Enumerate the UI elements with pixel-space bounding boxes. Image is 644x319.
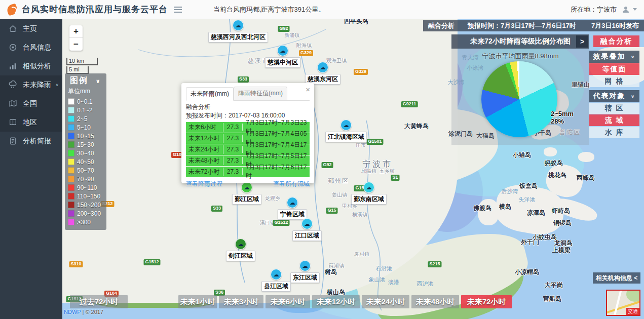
map-label-island: 大黄蜂岛 (404, 122, 429, 131)
basin-marker-cixi-east[interactable]: ☁慈溪东河区 (305, 62, 340, 85)
forecast-period: 未来24小时 (186, 145, 223, 154)
rain-cloud-icon: ☁ (287, 197, 298, 208)
copyright-link[interactable]: NDWP (64, 309, 81, 315)
legend-range-label: 110~150 (77, 193, 100, 200)
time-button-next-3h[interactable]: 未来3小时 (219, 295, 263, 308)
pie-panel-title: 未来72小时降雨等级比例分布图 (470, 37, 571, 46)
time-button-next-72h[interactable]: 未来72小时 (461, 295, 512, 308)
road-badge: S310 (69, 261, 83, 267)
panel-button-basin[interactable]: 流 域 (589, 114, 639, 126)
legend-swatch (68, 107, 74, 113)
legend-title[interactable]: 图例 ∨ (68, 75, 103, 86)
sidebar-item-region[interactable]: 地区 (0, 113, 62, 132)
basin-marker-yindongnan[interactable]: ☁鄞东南区域 (351, 182, 387, 205)
forecast-period: 未来12小时 (186, 134, 223, 143)
zoom-in-button[interactable]: + (69, 25, 83, 38)
basin-marker-jiangkou[interactable]: ☁江口区域 (292, 218, 322, 241)
legend-item: 15~30 (68, 140, 103, 149)
legend-range-label: 150~200 (77, 202, 101, 209)
panel-button-grid[interactable]: 网 格 (589, 75, 639, 87)
map-label-town: 莼湖镇 (329, 262, 344, 269)
map-label-water: 头洋港 (519, 196, 536, 204)
sidebar-item-similar-analysis[interactable]: 相似分析 (0, 57, 62, 75)
time-button-next-6h[interactable]: 未来6小时 (266, 295, 310, 308)
basin-marker-label: 鄞江区域 (232, 194, 261, 205)
rain-cloud-icon: ☁ (340, 119, 352, 131)
app-header: 台风实时信息防汛应用与服务云平台 当前台风南玛都,距离宁波市391公里。 所在地… (0, 0, 644, 19)
legend-swatch (68, 98, 74, 105)
sidebar-item-analysis-report[interactable]: 分析简报 (0, 132, 62, 150)
road-badge: G9211 (401, 101, 418, 107)
time-button-next-12h[interactable]: 未来12小时 (312, 295, 360, 308)
legend-item: 0.1~2 (68, 106, 103, 114)
forecast-table: 未来6小时27.37月3日17时~7月3日23时未来12小时27.37月3日17… (186, 122, 310, 177)
legend-range-label: 70~90 (77, 176, 94, 183)
sidebar-item-typhoon-info[interactable]: 台风信息 (0, 38, 62, 57)
basin-marker-ningfeng[interactable]: ☁宁锋区域 (278, 197, 307, 220)
time-button-next-1h[interactable]: 未来1小时 (178, 295, 217, 308)
road-badge: G92 (321, 162, 333, 168)
legend-range-label: 90~110 (77, 184, 97, 191)
chevron-down-icon: ∨ (630, 55, 635, 59)
basin-marker-xianjiang[interactable]: ☁县江区域 (261, 269, 291, 292)
panel-button-fusion-analysis[interactable]: 融合分析 (593, 35, 639, 47)
location-label[interactable]: 所在地：宁波市 (571, 5, 617, 14)
legend-swatch (68, 133, 74, 139)
tab-rain-feature[interactable]: 降雨特征值(mm) (234, 87, 287, 100)
popup-close-icon[interactable]: × (306, 85, 310, 94)
panel-button-district[interactable]: 辖 区 (589, 103, 639, 114)
tab-future-rain[interactable]: 未来降雨(mm) (186, 87, 234, 101)
sidebar-item-national[interactable]: 全国 (0, 94, 62, 113)
region-icon (9, 118, 17, 127)
rain-cloud-icon: ☁ (233, 20, 244, 31)
sidebar-item-label: 相似分析 (23, 62, 51, 71)
pie-panel-expand-button[interactable]: > (576, 35, 588, 48)
legend-range-label: 5~10 (77, 124, 91, 131)
basin-marker-cixi-west[interactable]: ☁慈溪西河及西北河区 (208, 20, 268, 43)
time-button-next-48h[interactable]: 未来48小时 (411, 295, 459, 308)
rain-cloud-icon: ☁ (235, 238, 246, 250)
forecast-value: 27.3 (223, 157, 243, 164)
rain-legend-panel: 图例 ∨ 单位mm 0~0.10.1~22~55~1010~1515~3030~… (65, 73, 106, 230)
legend-range-label: 2~5 (77, 115, 87, 123)
forecast-period: 未来72小时 (186, 168, 223, 176)
view-all-basins-link[interactable]: 查看所有流域 (273, 180, 310, 188)
rain-forecast-popup: × 未来降雨(mm) 降雨特征值(mm) 融合分析 预报发布时间：2017-07… (181, 83, 314, 183)
zoom-out-button[interactable]: − (69, 38, 83, 51)
basin-marker-dongjiang[interactable]: ☁东江区域 (290, 260, 320, 283)
basin-marker-cixi-middle[interactable]: ☁慈溪中河区 (265, 45, 300, 68)
basin-marker-shanjiang[interactable]: ☁剡江区域 (226, 238, 255, 261)
user-icon[interactable] (622, 6, 630, 14)
legend-range-label: 30~40 (77, 150, 94, 157)
map-zoom-control: + − (69, 25, 83, 51)
legend-collapse-icon: ∨ (96, 78, 101, 84)
legend-range-label: 200~300 (77, 210, 101, 217)
related-org-info-button[interactable]: 相关机构信息 < (593, 272, 640, 284)
panel-button-reservoir[interactable]: 水 库 (589, 127, 639, 138)
map-label-town: 袁村镇 (354, 251, 369, 258)
time-button-past-72h[interactable]: 过去72小时 (70, 295, 128, 308)
rain-level-pie-chart[interactable] (481, 61, 557, 137)
map-label-island: 小猫岛 (513, 151, 531, 160)
basin-marker-jiangbei-zhenhai[interactable]: ☁江北镇海区域 (325, 119, 367, 142)
panel-button-represent-object[interactable]: 代表对象∨ (589, 90, 639, 102)
rain-cloud-icon: ☁ (317, 62, 328, 73)
map-label-island: 小蚊虫岛 (533, 233, 557, 242)
view-rain-process-link[interactable]: 查看降雨过程 (186, 180, 222, 188)
sidebar-item-future-rain[interactable]: 未来降雨∨ (0, 75, 62, 94)
legend-range-label: 10~15 (77, 133, 94, 140)
sidebar-item-home[interactable]: 主页 (0, 19, 62, 38)
hamburger-menu-icon[interactable] (174, 7, 182, 13)
sidebar-item-label: 地区 (23, 118, 37, 127)
traffic-minimap[interactable]: 交通 (606, 290, 640, 316)
legend-range-label: 0.1~2 (77, 107, 92, 114)
time-button-next-24h[interactable]: 未来24小时 (362, 295, 409, 308)
legend-swatch (68, 176, 74, 182)
forecast-table-row[interactable]: 未来72小时27.37月3日17时~7月6日17时 (186, 167, 310, 177)
road-badge: S33 (238, 76, 249, 83)
map-canvas[interactable]: + − 10 km 5 mi 图例 ∨ 单位mm 0~0.10.1~22~55~… (62, 19, 644, 319)
user-dropdown-caret-icon[interactable] (633, 8, 637, 11)
land-blob (544, 147, 557, 156)
panel-button-isosurface[interactable]: 等值面 (589, 63, 639, 75)
panel-button-effect-overlay[interactable]: 效果叠加∨ (589, 51, 639, 63)
